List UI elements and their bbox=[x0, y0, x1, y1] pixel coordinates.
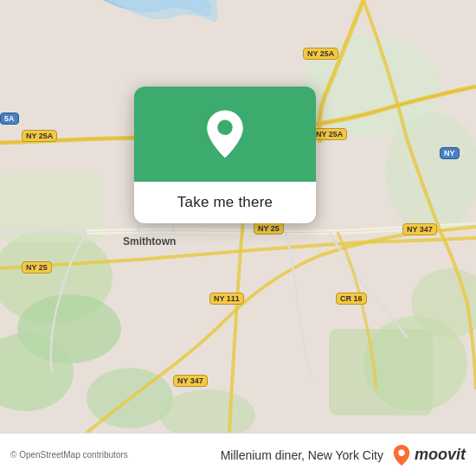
card-button-section[interactable]: Take me there bbox=[134, 182, 316, 223]
map-container: 5A NY 25A NY 25A NY 25A NY NY 25 NY 25 N… bbox=[0, 0, 476, 433]
bottom-bar: © OpenStreetMap contributors Millenium d… bbox=[0, 433, 476, 476]
location-card: Take me there bbox=[134, 87, 316, 223]
location-name: Millenium diner, New York City bbox=[221, 448, 383, 462]
svg-rect-6 bbox=[329, 329, 433, 415]
town-label: Smithtown bbox=[123, 235, 176, 248]
road-badge-ny25a-top: NY 25A bbox=[303, 48, 338, 60]
road-badge-ny347-left: NY 347 bbox=[173, 375, 208, 387]
svg-point-10 bbox=[385, 113, 476, 234]
take-me-there-button[interactable]: Take me there bbox=[177, 194, 273, 211]
svg-point-13 bbox=[398, 449, 404, 455]
road-badge-ny347-right: NY 347 bbox=[402, 223, 437, 235]
moovit-text: moovit bbox=[415, 446, 466, 464]
road-badge-5a: 5A bbox=[0, 113, 19, 125]
road-badge-cr16: CR 16 bbox=[336, 293, 367, 305]
road-badge-ny25-left: NY 25 bbox=[22, 261, 52, 273]
osm-credit: © OpenStreetMap contributors bbox=[10, 450, 212, 460]
road-badge-ny25a-left: NY 25A bbox=[22, 130, 57, 142]
moovit-logo: moovit bbox=[392, 444, 466, 466]
road-badge-ny-right: NY bbox=[440, 147, 460, 159]
location-pin-icon bbox=[203, 109, 247, 159]
card-green-bg bbox=[134, 87, 316, 182]
svg-point-12 bbox=[217, 120, 232, 135]
moovit-pin-icon bbox=[392, 444, 411, 466]
road-badge-ny25-mid: NY 25 bbox=[254, 222, 284, 235]
road-badge-ny25a-right: NY 25A bbox=[312, 128, 347, 140]
road-badge-ny111: NY 111 bbox=[209, 293, 244, 305]
